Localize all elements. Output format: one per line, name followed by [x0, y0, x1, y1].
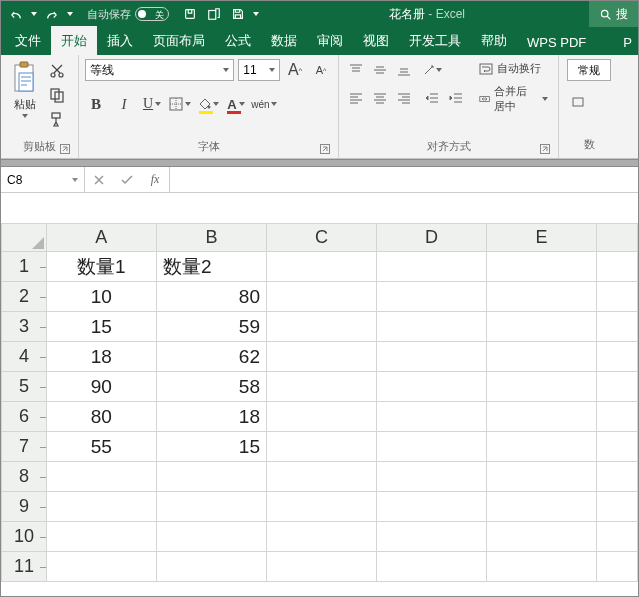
cell[interactable]: [377, 342, 487, 372]
phonetic-button[interactable]: wén: [253, 93, 275, 115]
cell[interactable]: 15: [46, 312, 156, 342]
align-bottom-button[interactable]: [393, 59, 415, 81]
cell[interactable]: [377, 282, 487, 312]
column-header[interactable]: C: [266, 224, 376, 252]
cell[interactable]: [487, 432, 597, 462]
wrap-text-button[interactable]: 自动换行: [475, 59, 552, 78]
cell[interactable]: [597, 372, 638, 402]
cell[interactable]: [156, 462, 266, 492]
cell[interactable]: [266, 522, 376, 552]
cell[interactable]: 10: [46, 282, 156, 312]
cell[interactable]: 18: [46, 342, 156, 372]
toggle-switch-icon[interactable]: 关: [135, 7, 169, 21]
cell[interactable]: [487, 462, 597, 492]
cell[interactable]: [487, 342, 597, 372]
cell[interactable]: [266, 432, 376, 462]
paste-button[interactable]: 粘贴: [7, 59, 43, 120]
cell[interactable]: 80: [46, 402, 156, 432]
cell[interactable]: [487, 282, 597, 312]
cell[interactable]: [597, 552, 638, 582]
insert-function-button[interactable]: fx: [141, 172, 169, 187]
tab-file[interactable]: 文件: [5, 26, 51, 55]
font-family-select[interactable]: 等线: [85, 59, 234, 81]
cell[interactable]: [46, 522, 156, 552]
cell[interactable]: [597, 402, 638, 432]
cell[interactable]: [597, 432, 638, 462]
autosave-toggle[interactable]: 自动保存 关: [87, 7, 169, 22]
cell[interactable]: [266, 282, 376, 312]
cell[interactable]: [487, 252, 597, 282]
cell[interactable]: [266, 342, 376, 372]
row-header[interactable]: 8: [2, 462, 47, 492]
redo-button[interactable]: [43, 5, 61, 23]
cell[interactable]: [377, 492, 487, 522]
cell[interactable]: 80: [156, 282, 266, 312]
cell[interactable]: [597, 522, 638, 552]
column-header[interactable]: A: [46, 224, 156, 252]
cell[interactable]: [377, 402, 487, 432]
align-middle-button[interactable]: [369, 59, 391, 81]
increase-indent-button[interactable]: [445, 87, 467, 109]
align-center-button[interactable]: [369, 87, 391, 109]
cell[interactable]: [487, 312, 597, 342]
increase-font-button[interactable]: A^: [284, 59, 306, 81]
cell[interactable]: [377, 252, 487, 282]
cell[interactable]: [377, 432, 487, 462]
enter-formula-button[interactable]: [113, 174, 141, 186]
cell[interactable]: [266, 312, 376, 342]
border-button[interactable]: [169, 93, 191, 115]
row-header[interactable]: 3: [2, 312, 47, 342]
row-header[interactable]: 9: [2, 492, 47, 522]
tab-help[interactable]: 帮助: [471, 26, 517, 55]
row-header[interactable]: 5: [2, 372, 47, 402]
save-button[interactable]: [229, 5, 247, 23]
select-all-corner[interactable]: [2, 224, 47, 252]
cell[interactable]: [46, 552, 156, 582]
cell[interactable]: 15: [156, 432, 266, 462]
formula-input[interactable]: [170, 167, 638, 192]
cell[interactable]: [266, 462, 376, 492]
cell[interactable]: 58: [156, 372, 266, 402]
bold-button[interactable]: B: [85, 93, 107, 115]
cell[interactable]: [46, 492, 156, 522]
cell[interactable]: [377, 312, 487, 342]
cell[interactable]: [266, 252, 376, 282]
format-painter-button[interactable]: [47, 109, 67, 129]
cell[interactable]: [597, 462, 638, 492]
spreadsheet-grid[interactable]: A B C D E 1数量1数量221080315594186259058680…: [1, 193, 638, 582]
cell[interactable]: [597, 492, 638, 522]
copy-button[interactable]: [47, 85, 67, 105]
cell[interactable]: [487, 492, 597, 522]
row-header[interactable]: 10: [2, 522, 47, 552]
tab-formulas[interactable]: 公式: [215, 26, 261, 55]
undo-button[interactable]: [7, 5, 25, 23]
font-size-select[interactable]: 11: [238, 59, 280, 81]
orientation-button[interactable]: [421, 59, 443, 81]
tab-view[interactable]: 视图: [353, 26, 399, 55]
redo-dropdown-icon[interactable]: [67, 12, 73, 16]
column-header[interactable]: D: [377, 224, 487, 252]
cell[interactable]: [597, 312, 638, 342]
cancel-formula-button[interactable]: [85, 174, 113, 186]
row-header[interactable]: 11: [2, 552, 47, 582]
name-box[interactable]: C8: [1, 167, 85, 192]
cell[interactable]: 55: [46, 432, 156, 462]
tab-p[interactable]: P: [613, 29, 638, 55]
cell[interactable]: [377, 462, 487, 492]
cell[interactable]: 18: [156, 402, 266, 432]
cell[interactable]: [266, 372, 376, 402]
decrease-indent-button[interactable]: [421, 87, 443, 109]
cell[interactable]: 90: [46, 372, 156, 402]
cell[interactable]: 数量2: [156, 252, 266, 282]
dialog-launcher-icon[interactable]: [540, 144, 550, 154]
tab-page-layout[interactable]: 页面布局: [143, 26, 215, 55]
search-button[interactable]: 搜: [589, 1, 638, 27]
align-left-button[interactable]: [345, 87, 367, 109]
number-format-select[interactable]: 常规: [567, 59, 611, 81]
row-header[interactable]: 7: [2, 432, 47, 462]
cell[interactable]: [156, 522, 266, 552]
qat-button-1[interactable]: [181, 5, 199, 23]
currency-button[interactable]: [567, 91, 589, 113]
cell[interactable]: 62: [156, 342, 266, 372]
cell[interactable]: [487, 402, 597, 432]
